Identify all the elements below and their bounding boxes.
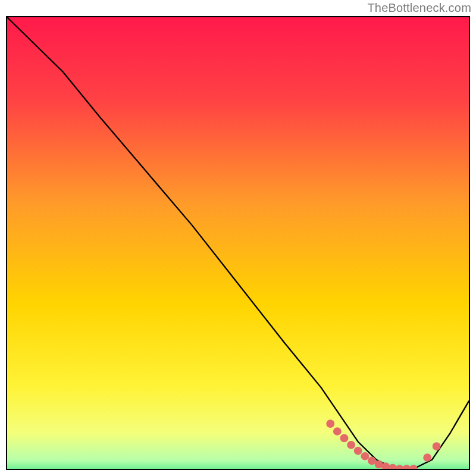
curve-marker (326, 419, 334, 428)
attribution-text: TheBottleneck.com (367, 1, 471, 15)
curve-marker (333, 427, 342, 436)
curve-marker (423, 453, 431, 462)
curve-marker (361, 452, 369, 461)
curve-marker (409, 465, 418, 469)
curve-marker (433, 442, 441, 450)
bottleneck-curve (7, 17, 469, 469)
curve-marker (354, 447, 362, 455)
curve-marker (340, 434, 348, 443)
chart-plot-area (6, 16, 470, 470)
curve-marker (347, 441, 355, 449)
